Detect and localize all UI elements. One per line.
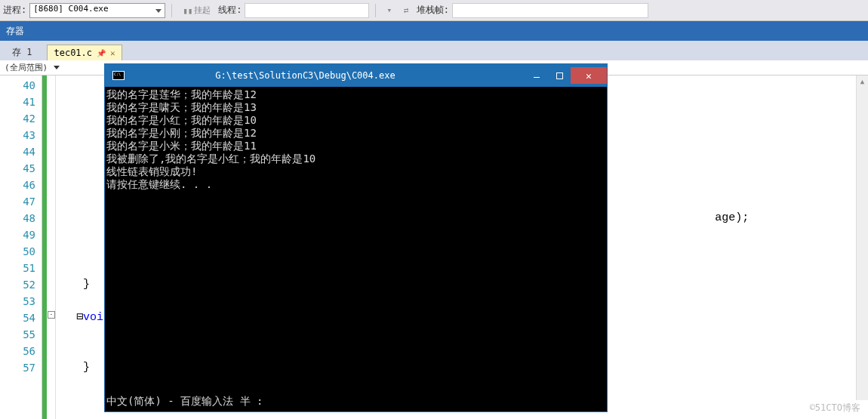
console-line: 线性链表销毁成功!: [106, 165, 605, 178]
scope-dropdown[interactable]: (全局范围): [5, 62, 60, 73]
line-number: 57: [0, 359, 42, 376]
debug-toolbar: 进程: [8680] C004.exe ▮▮挂起 线程: ▾ ⇄ 堆栈帧:: [0, 0, 868, 21]
console-line: 我的名字是小刚；我的年龄是12: [106, 127, 605, 140]
console-line: 我的名字是莲华；我的年龄是12: [106, 88, 605, 101]
separator: [171, 4, 172, 17]
console-icon: [112, 71, 125, 80]
ime-status: 中文(简体) - 百度输入法 半 :: [106, 395, 605, 408]
process-value: [8680] C004.exe: [33, 4, 108, 14]
stack-combo[interactable]: [452, 3, 648, 18]
panel-title: 存器: [6, 25, 24, 38]
line-number: 53: [0, 293, 42, 310]
line-number: 50: [0, 243, 42, 260]
swap-button[interactable]: ⇄: [399, 3, 414, 18]
process-combo[interactable]: [8680] C004.exe: [29, 3, 165, 18]
close-icon[interactable]: ✕: [110, 48, 115, 58]
line-number: 52: [0, 276, 42, 293]
funnel-icon: ▾: [386, 5, 392, 15]
console-window: G:\test\SolutionC3\Debug\C004.exe ✕ 我的名字…: [105, 64, 607, 411]
filter-button[interactable]: ▾: [382, 3, 396, 18]
line-number: 49: [0, 226, 42, 243]
stack-label: 堆栈帧:: [417, 4, 449, 17]
console-titlebar[interactable]: G:\test\SolutionC3\Debug\C004.exe ✕: [105, 64, 607, 87]
pin-icon[interactable]: 📌: [97, 49, 106, 57]
file-tab[interactable]: tec01.c 📌 ✕: [47, 45, 122, 60]
scroll-up-icon[interactable]: ▲: [857, 75, 868, 88]
separator: [375, 4, 376, 17]
panel-header: 存器: [0, 21, 868, 41]
console-line: 我的名字是小红；我的年龄是10: [106, 114, 605, 127]
thread-label: 线程:: [218, 4, 242, 17]
swap-icon: ⇄: [404, 5, 409, 15]
console-body[interactable]: 我的名字是莲华；我的年龄是12我的名字是啸天；我的年龄是13我的名字是小红；我的…: [105, 87, 607, 411]
line-number: 56: [0, 343, 42, 359]
console-line: 请按任意键继续. . .: [106, 178, 605, 191]
suspend-button[interactable]: ▮▮挂起: [178, 3, 215, 18]
process-label: 进程:: [3, 4, 26, 17]
line-number: 51: [0, 260, 42, 276]
line-number: 54: [0, 310, 42, 326]
minimize-button[interactable]: [525, 67, 548, 84]
console-line: 我的名字是啸天；我的年龄是13: [106, 101, 605, 114]
line-number: 55: [0, 326, 42, 343]
line-number: 40: [0, 77, 42, 94]
line-number: 48: [0, 210, 42, 226]
line-number: 44: [0, 143, 42, 160]
window-controls: ✕: [525, 67, 607, 84]
console-title: G:\test\SolutionC3\Debug\C004.exe: [131, 70, 525, 81]
console-line: 我被删除了,我的名字是小红；我的年龄是10: [106, 153, 605, 165]
console-line: 我的名字是小米；我的年龄是11: [106, 140, 605, 153]
thread-combo[interactable]: [245, 3, 369, 18]
file-tab-label: tec01.c: [54, 48, 92, 58]
line-gutter: 404142434445464748495051525354555657: [0, 75, 42, 419]
line-number: 42: [0, 110, 42, 127]
pause-icon: ▮▮: [183, 6, 192, 15]
line-number: 43: [0, 127, 42, 143]
watermark: ©51CTO博客: [810, 402, 860, 414]
tab-bar: 存 1 tec01.c 📌 ✕: [0, 41, 868, 60]
maximize-button[interactable]: [548, 67, 571, 84]
close-button[interactable]: ✕: [571, 67, 607, 84]
fold-margin: -: [47, 75, 56, 419]
fold-toggle[interactable]: -: [48, 311, 55, 319]
line-number: 47: [0, 193, 42, 210]
vertical-scrollbar[interactable]: ▲: [856, 75, 868, 400]
line-number: 45: [0, 160, 42, 177]
line-number: 41: [0, 94, 42, 110]
side-tab[interactable]: 存 1: [5, 43, 39, 60]
line-number: 46: [0, 177, 42, 193]
